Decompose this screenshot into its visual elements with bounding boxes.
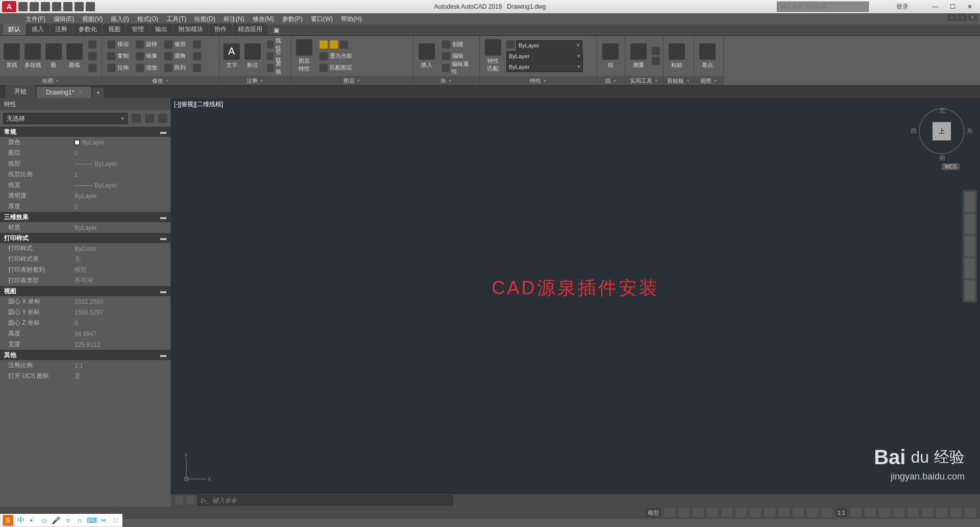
tab-expand-icon[interactable]: ▣ <box>268 25 279 35</box>
table-button[interactable]: 表格 <box>265 63 287 73</box>
quickprops-icon[interactable] <box>893 508 904 517</box>
ime-headset-icon[interactable]: ∩ <box>76 516 84 525</box>
menu-help[interactable]: 帮助(H) <box>341 15 362 23</box>
pickadd-icon[interactable] <box>158 114 167 123</box>
move-button[interactable]: 移动 <box>105 39 131 50</box>
prop-row[interactable]: 打印表附着到模型 <box>0 265 170 275</box>
dimension-button[interactable]: 标注 <box>243 43 261 69</box>
scale-button[interactable]: 缩放 <box>134 63 159 73</box>
model-tab[interactable]: 模型 <box>646 508 661 517</box>
viewcube-east[interactable]: 东 <box>967 127 973 135</box>
menu-dimension[interactable]: 标注(N) <box>224 15 244 23</box>
match-props-button[interactable]: 特性 匹配 <box>483 39 503 73</box>
quickselect-icon[interactable] <box>132 114 141 123</box>
prop-row[interactable]: 透明度ByLayer <box>0 190 170 201</box>
selection-dropdown[interactable]: 无选择 <box>3 113 128 124</box>
copy-button[interactable]: 复制 <box>105 51 131 61</box>
rotate-button[interactable]: 旋转 <box>134 39 159 50</box>
viewcube-north[interactable]: 北 <box>939 106 945 115</box>
mdi-minimize[interactable]: – <box>947 14 957 21</box>
menu-file[interactable]: 文件(F) <box>26 15 45 23</box>
group-button[interactable]: 组 <box>600 43 621 69</box>
paste-button[interactable]: 粘贴 <box>667 43 687 69</box>
modify-misc-3[interactable] <box>191 63 203 73</box>
tab-addins[interactable]: 附加模块 <box>174 23 208 35</box>
lineweight-dropdown[interactable]: ByLayer <box>506 51 583 61</box>
nav-zoom-icon[interactable] <box>965 236 975 256</box>
polyline-button[interactable]: 多段线 <box>24 43 42 69</box>
nav-orbit-icon[interactable] <box>965 258 975 278</box>
tab-output[interactable]: 输出 <box>150 23 173 35</box>
tab-parametric[interactable]: 参数化 <box>74 23 102 35</box>
minimize-button[interactable]: — <box>927 2 943 12</box>
app-logo[interactable]: A <box>2 1 16 12</box>
hardware-icon[interactable] <box>936 508 947 517</box>
open-icon[interactable] <box>30 2 39 11</box>
mdi-close[interactable]: × <box>968 14 977 21</box>
layer-props-button[interactable]: 图层 特性 <box>294 39 314 73</box>
ime-keyboard-icon[interactable]: ⌨ <box>87 516 96 525</box>
ime-more-icon[interactable]: ∷ <box>111 516 120 525</box>
prop-section-header[interactable]: 常规▬ <box>0 127 170 137</box>
viewport-label[interactable]: [-][俯视][二维线框] <box>174 100 223 109</box>
match-layer-button[interactable]: 匹配图层 <box>317 63 404 73</box>
menu-modify[interactable]: 修改(M) <box>253 15 274 23</box>
ime-scissors-icon[interactable]: ✂ <box>100 516 108 525</box>
lockui-icon[interactable] <box>908 508 919 517</box>
prop-row[interactable]: 宽度225.9112 <box>0 339 170 350</box>
drawing-canvas[interactable]: [-][俯视][二维线框] 上 北 南 西 东 WCS CAD源泉插件安装 X … <box>171 98 980 494</box>
ime-voice-icon[interactable]: 🎤 <box>52 516 60 525</box>
create-block-button[interactable]: 创建 <box>440 39 476 50</box>
panel-title-props[interactable]: 特性 <box>480 76 597 85</box>
panel-title-block[interactable]: 块 <box>413 76 479 85</box>
linear-button[interactable]: 线性 <box>265 39 287 50</box>
modify-misc-2[interactable] <box>191 51 203 61</box>
panel-title-layer[interactable]: 图层 <box>291 76 413 85</box>
set-current-button[interactable]: 置为当前 <box>317 51 404 61</box>
panel-title-util[interactable]: 实用工具 <box>625 76 663 85</box>
prop-section-header[interactable]: 打印样式▬ <box>0 233 170 243</box>
menu-insert[interactable]: 插入(I) <box>111 15 129 23</box>
prop-row[interactable]: 颜色ByLayer <box>0 137 170 148</box>
circle-button[interactable]: 圆 <box>45 43 63 69</box>
viewcube[interactable]: 上 北 南 西 东 <box>919 108 965 154</box>
tab-drawing1[interactable]: Drawing1*✕ <box>37 87 91 98</box>
tab-start[interactable]: 开始 <box>5 85 36 98</box>
prop-row[interactable]: 线宽——— ByLayer <box>0 180 170 190</box>
mdi-restore[interactable]: ▫ <box>958 14 967 21</box>
menu-view[interactable]: 视图(V) <box>82 15 103 23</box>
trim-button[interactable]: 修剪 <box>162 39 188 50</box>
edit-attr-button[interactable]: 编辑属性 <box>440 63 476 73</box>
sogou-logo-icon[interactable]: S <box>3 515 13 526</box>
edit-block-button[interactable]: 编辑 <box>440 51 476 61</box>
polar-icon[interactable] <box>707 508 718 517</box>
viewcube-west[interactable]: 西 <box>911 127 917 135</box>
maximize-button[interactable]: ☐ <box>944 2 961 12</box>
base-view-button[interactable]: 基点 <box>697 43 718 69</box>
plot-icon[interactable] <box>63 2 72 11</box>
tab-insert[interactable]: 插入 <box>27 23 49 35</box>
menu-draw[interactable]: 绘图(D) <box>194 15 215 23</box>
panel-title-draw[interactable]: 绘图 <box>0 76 102 85</box>
menu-param[interactable]: 参数(P) <box>282 15 303 23</box>
prop-row[interactable]: 线型——— ByLayer <box>0 158 170 169</box>
annoscale-icon[interactable] <box>821 508 832 517</box>
osnap-icon[interactable] <box>736 508 747 517</box>
fillet-button[interactable]: 圆角 <box>162 51 188 61</box>
tab-view[interactable]: 视图 <box>103 23 126 35</box>
customize-status-icon[interactable] <box>965 508 976 517</box>
text-button[interactable]: A文字 <box>223 43 240 69</box>
cycling-icon[interactable] <box>807 508 818 517</box>
undo-icon[interactable] <box>75 2 84 11</box>
tab-featured[interactable]: 精选应用 <box>233 23 267 35</box>
draw-flyout-1[interactable] <box>86 39 99 50</box>
scale-label[interactable]: 1:1 <box>836 508 847 517</box>
menu-edit[interactable]: 编辑(E) <box>54 15 74 23</box>
3dosnap-icon[interactable] <box>750 508 761 517</box>
mirror-button[interactable]: 镜像 <box>134 51 159 61</box>
panel-title-annot[interactable]: 注释 <box>219 76 290 85</box>
panel-title-modify[interactable]: 修改 <box>102 76 219 85</box>
saveas-icon[interactable] <box>52 2 61 11</box>
prop-row[interactable]: 打印样式ByColor <box>0 243 170 254</box>
wcs-badge[interactable]: WCS <box>942 163 960 170</box>
